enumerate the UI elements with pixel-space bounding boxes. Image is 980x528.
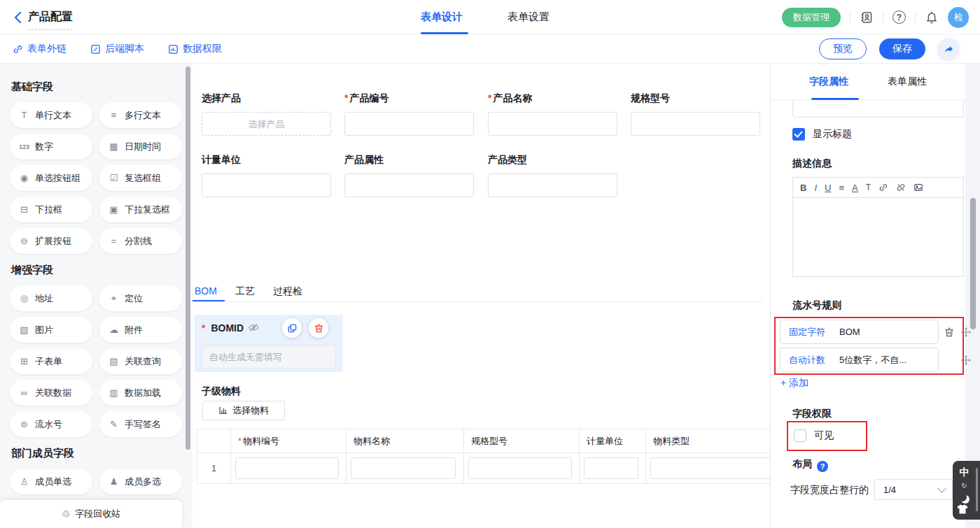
field-pill-extend-button[interactable]: ⊖扩展按钮 [10, 228, 92, 254]
field-product-type[interactable]: 产品类型 [488, 154, 617, 197]
calendar-icon: ▦ [108, 141, 120, 152]
extend-button-icon: ⊖ [18, 236, 30, 246]
field-unit[interactable]: 计量单位 [202, 154, 331, 197]
drag-rule-handle[interactable] [960, 355, 972, 366]
font-color-button[interactable]: A [852, 183, 858, 192]
external-link-action[interactable]: 表单外链 [13, 43, 66, 55]
spec-model-input[interactable] [631, 112, 760, 136]
field-pill-member-single[interactable]: ♙成员单选 [10, 469, 92, 494]
delete-field-button[interactable] [309, 318, 328, 338]
field-recycle-bin[interactable]: ♲ 字段回收站 [0, 500, 182, 528]
field-pill-multi-dropdown[interactable]: ▣下拉复选框 [99, 197, 182, 222]
spec-model-cell-input[interactable] [468, 457, 572, 479]
select-product-input[interactable] [202, 112, 331, 136]
field-pill-serial-number[interactable]: ⊜流水号 [10, 411, 92, 437]
field-product-attribute[interactable]: 产品属性 [344, 154, 474, 197]
copy-field-button[interactable] [282, 318, 302, 338]
unit-input[interactable] [202, 173, 331, 197]
translate-icon[interactable]: 中 [960, 466, 969, 479]
material-code-input[interactable] [235, 457, 339, 479]
link-icon [878, 183, 888, 192]
product-name-input[interactable] [488, 112, 617, 136]
field-title-input-partial[interactable] [792, 101, 964, 117]
field-product-code[interactable]: 产品编号 [344, 92, 474, 136]
add-rule-link[interactable]: + 添加 [780, 377, 808, 390]
material-name-input[interactable] [351, 457, 456, 479]
tab-process-check[interactable]: 过程检 [273, 285, 302, 302]
tab-form-design[interactable]: 表单设计 [421, 10, 463, 24]
field-pill-datetime[interactable]: ▦日期时间 [99, 134, 182, 159]
product-attribute-input[interactable] [344, 173, 474, 197]
save-button[interactable]: 保存 [879, 38, 925, 59]
preview-button[interactable]: 预览 [819, 38, 867, 59]
field-pill-radio-group[interactable]: ◉单选按钮组 [10, 165, 92, 191]
header-cell-unit: 计量单位 [580, 429, 646, 453]
share-button[interactable] [938, 38, 959, 59]
contacts-icon[interactable] [860, 10, 874, 24]
unit-cell-input[interactable] [584, 457, 638, 479]
selected-field-bomid[interactable]: BOMID [195, 315, 343, 372]
editor-body[interactable] [792, 198, 964, 277]
field-spec-model[interactable]: 规格型号 [631, 92, 760, 136]
field-width-select[interactable]: 1/4 [874, 479, 953, 500]
field-pill-member-multi[interactable]: ♟成员多选 [99, 469, 182, 494]
visible-checkbox[interactable] [794, 429, 806, 442]
field-product-name[interactable]: 产品名称 [488, 92, 617, 136]
data-manage-button[interactable]: 数据管理 [782, 8, 841, 27]
field-pill-dropdown[interactable]: ⊟下拉框 [10, 197, 92, 222]
product-type-input[interactable] [488, 173, 617, 197]
show-title-checkbox[interactable] [792, 128, 805, 141]
italic-button[interactable]: I [814, 183, 817, 192]
material-type-input[interactable] [650, 457, 770, 479]
field-pill-linked-data[interactable]: ∞关联数据 [10, 380, 92, 406]
tab-form-settings[interactable]: 表单设置 [507, 10, 550, 24]
field-pill-multi-line-text[interactable]: ≡多行文本 [99, 102, 182, 128]
field-pill-single-line-text[interactable]: T单行文本 [10, 102, 92, 128]
field-pill-signature[interactable]: ✎手写签名 [99, 411, 182, 437]
data-permission-action[interactable]: 数据权限 [168, 43, 222, 55]
rotate-icon[interactable]: ↻ [961, 482, 967, 490]
bold-button[interactable]: B [800, 183, 806, 192]
field-pill-data-load[interactable]: ▥数据加载 [99, 380, 182, 406]
font-size-button[interactable]: T [866, 183, 871, 192]
sidebar-scrollbar[interactable] [186, 66, 190, 450]
field-pill-image[interactable]: ▨图片 [10, 317, 92, 343]
field-pill-number[interactable]: 123数字 [10, 134, 92, 159]
serial-rule-fixed-char[interactable]: 固定字符 BOM [780, 320, 939, 344]
pick-material-button[interactable]: 选择物料 [202, 401, 285, 420]
user-avatar[interactable]: 检 [948, 7, 969, 28]
property-panel: 字段属性 表单属性 显示标题 描述信息 B I U ≡ A T [770, 64, 980, 528]
field-pill-address[interactable]: ◎地址 [10, 285, 92, 311]
backend-script-action[interactable]: 后端脚本 [90, 43, 144, 55]
insert-image-button[interactable] [913, 183, 923, 192]
serial-rule-auto-count[interactable]: 自动计数 5位数字，不自... [780, 348, 939, 372]
field-select-product[interactable]: 选择产品 [202, 92, 331, 136]
layout-help-icon[interactable]: ? [817, 461, 828, 472]
field-pill-divider[interactable]: =分割线 [99, 228, 182, 254]
dark-mode-moon-icon[interactable] [958, 493, 967, 501]
align-button[interactable]: ≡ [839, 183, 844, 192]
field-pill-linked-query[interactable]: ▤关联查询 [99, 348, 182, 374]
multi-line-text-icon: ≡ [108, 110, 120, 120]
drag-rule-handle[interactable] [960, 327, 972, 338]
help-icon[interactable]: ? [892, 10, 906, 24]
notification-bell-icon[interactable] [925, 10, 939, 24]
page-title[interactable]: 产品配置 [28, 10, 73, 30]
back-button[interactable] [11, 10, 25, 24]
underline-button[interactable]: U [825, 183, 831, 192]
insert-link-button[interactable] [878, 183, 888, 192]
field-pill-locate[interactable]: ⌖定位 [99, 285, 182, 311]
delete-rule-button[interactable] [944, 327, 955, 338]
field-pill-subform[interactable]: ⊞子表单 [10, 348, 92, 374]
bomid-input[interactable] [202, 345, 336, 369]
tab-process[interactable]: 工艺 [235, 285, 255, 302]
tshirt-icon[interactable] [957, 504, 968, 514]
field-pill-checkbox-group[interactable]: ☑复选框组 [99, 165, 182, 191]
product-code-input[interactable] [344, 112, 474, 136]
panel-scrollbar[interactable] [970, 198, 976, 329]
tab-field-properties[interactable]: 字段属性 [809, 76, 848, 88]
divider [915, 12, 916, 23]
field-pill-attachment[interactable]: ☁附件 [99, 317, 182, 343]
remove-link-button[interactable] [896, 183, 906, 192]
tab-form-properties[interactable]: 表单属性 [888, 76, 927, 88]
